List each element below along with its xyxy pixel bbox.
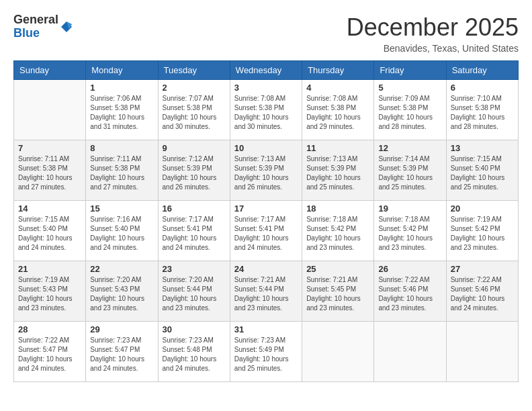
- cell-content: Sunrise: 7:08 AMSunset: 5:38 PMDaylight:…: [306, 94, 369, 132]
- calendar-cell: 27Sunrise: 7:22 AMSunset: 5:46 PMDayligh…: [446, 261, 518, 322]
- weekday-header-row: SundayMondayTuesdayWednesdayThursdayFrid…: [14, 61, 519, 80]
- cell-content: Sunrise: 7:22 AMSunset: 5:46 PMDaylight:…: [451, 275, 514, 313]
- calendar-cell: 2Sunrise: 7:07 AMSunset: 5:38 PMDaylight…: [158, 80, 230, 140]
- cell-content: Sunrise: 7:20 AMSunset: 5:44 PMDaylight:…: [163, 275, 226, 313]
- calendar-cell: 20Sunrise: 7:19 AMSunset: 5:42 PMDayligh…: [446, 201, 518, 261]
- cell-content: Sunrise: 7:19 AMSunset: 5:42 PMDaylight:…: [451, 215, 514, 253]
- calendar-cell: 28Sunrise: 7:22 AMSunset: 5:47 PMDayligh…: [14, 322, 86, 382]
- cell-content: Sunrise: 7:17 AMSunset: 5:41 PMDaylight:…: [163, 215, 226, 253]
- cell-content: Sunrise: 7:18 AMSunset: 5:42 PMDaylight:…: [306, 215, 369, 253]
- day-number: 19: [378, 203, 441, 214]
- cell-content: Sunrise: 7:23 AMSunset: 5:48 PMDaylight:…: [163, 336, 226, 373]
- cell-content: Sunrise: 7:18 AMSunset: 5:42 PMDaylight:…: [378, 215, 441, 253]
- weekday-header-monday: Monday: [86, 61, 158, 80]
- day-number: 15: [90, 203, 153, 214]
- day-number: 6: [451, 83, 514, 93]
- day-number: 30: [163, 324, 226, 334]
- day-number: 3: [234, 83, 298, 93]
- day-number: 28: [18, 324, 81, 334]
- cell-content: Sunrise: 7:15 AMSunset: 5:40 PMDaylight:…: [451, 154, 514, 192]
- title-section: December 2025 Benavides, Texas, United S…: [347, 13, 519, 54]
- cell-content: Sunrise: 7:11 AMSunset: 5:38 PMDaylight:…: [90, 154, 153, 192]
- logo-general: General: [13, 13, 58, 27]
- cell-content: Sunrise: 7:22 AMSunset: 5:46 PMDaylight:…: [378, 275, 441, 313]
- day-number: 10: [234, 143, 298, 153]
- cell-content: Sunrise: 7:06 AMSunset: 5:38 PMDaylight:…: [90, 94, 153, 132]
- cell-content: Sunrise: 7:11 AMSunset: 5:38 PMDaylight:…: [18, 154, 81, 192]
- day-number: 1: [90, 83, 153, 93]
- day-number: 17: [234, 203, 298, 214]
- weekday-header-wednesday: Wednesday: [230, 61, 302, 80]
- cell-content: Sunrise: 7:14 AMSunset: 5:39 PMDaylight:…: [378, 154, 441, 192]
- calendar-cell: 17Sunrise: 7:17 AMSunset: 5:41 PMDayligh…: [230, 201, 302, 261]
- cell-content: Sunrise: 7:23 AMSunset: 5:49 PMDaylight:…: [234, 336, 298, 373]
- cell-content: Sunrise: 7:17 AMSunset: 5:41 PMDaylight:…: [234, 215, 298, 253]
- cell-content: Sunrise: 7:13 AMSunset: 5:39 PMDaylight:…: [234, 154, 298, 192]
- cell-content: Sunrise: 7:07 AMSunset: 5:38 PMDaylight:…: [163, 94, 226, 132]
- cell-content: Sunrise: 7:21 AMSunset: 5:45 PMDaylight:…: [306, 275, 369, 313]
- logo: General Blue: [13, 13, 73, 40]
- month-title: December 2025: [347, 13, 519, 42]
- calendar-cell: [14, 80, 86, 140]
- day-number: 2: [163, 83, 226, 93]
- calendar-cell: 10Sunrise: 7:13 AMSunset: 5:39 PMDayligh…: [230, 140, 302, 201]
- calendar-cell: 7Sunrise: 7:11 AMSunset: 5:38 PMDaylight…: [14, 140, 86, 201]
- calendar-week-3: 14Sunrise: 7:15 AMSunset: 5:40 PMDayligh…: [14, 201, 519, 261]
- weekday-header-friday: Friday: [374, 61, 446, 80]
- day-number: 24: [234, 264, 298, 274]
- calendar-cell: 1Sunrise: 7:06 AMSunset: 5:38 PMDaylight…: [86, 80, 158, 140]
- calendar-cell: 9Sunrise: 7:12 AMSunset: 5:39 PMDaylight…: [158, 140, 230, 201]
- calendar-cell: 30Sunrise: 7:23 AMSunset: 5:48 PMDayligh…: [158, 322, 230, 382]
- calendar-cell: 15Sunrise: 7:16 AMSunset: 5:40 PMDayligh…: [86, 201, 158, 261]
- cell-content: Sunrise: 7:13 AMSunset: 5:39 PMDaylight:…: [306, 154, 369, 192]
- calendar-week-5: 28Sunrise: 7:22 AMSunset: 5:47 PMDayligh…: [14, 322, 519, 382]
- calendar-cell: 31Sunrise: 7:23 AMSunset: 5:49 PMDayligh…: [230, 322, 302, 382]
- cell-content: Sunrise: 7:21 AMSunset: 5:44 PMDaylight:…: [234, 275, 298, 313]
- cell-content: Sunrise: 7:20 AMSunset: 5:43 PMDaylight:…: [90, 275, 153, 313]
- calendar-cell: 29Sunrise: 7:23 AMSunset: 5:47 PMDayligh…: [86, 322, 158, 382]
- cell-content: Sunrise: 7:23 AMSunset: 5:47 PMDaylight:…: [90, 336, 153, 373]
- calendar-cell: 21Sunrise: 7:19 AMSunset: 5:43 PMDayligh…: [14, 261, 86, 322]
- day-number: 27: [451, 264, 514, 274]
- location: Benavides, Texas, United States: [347, 43, 519, 54]
- day-number: 25: [306, 264, 369, 274]
- cell-content: Sunrise: 7:15 AMSunset: 5:40 PMDaylight:…: [18, 215, 81, 253]
- calendar-cell: 11Sunrise: 7:13 AMSunset: 5:39 PMDayligh…: [302, 140, 374, 201]
- calendar-cell: 23Sunrise: 7:20 AMSunset: 5:44 PMDayligh…: [158, 261, 230, 322]
- page-header: General Blue December 2025 Benavides, Te…: [13, 13, 519, 54]
- calendar-cell: 18Sunrise: 7:18 AMSunset: 5:42 PMDayligh…: [302, 201, 374, 261]
- calendar-cell: 24Sunrise: 7:21 AMSunset: 5:44 PMDayligh…: [230, 261, 302, 322]
- day-number: 29: [90, 324, 153, 334]
- calendar-cell: 19Sunrise: 7:18 AMSunset: 5:42 PMDayligh…: [374, 201, 446, 261]
- logo-blue: Blue: [13, 27, 58, 40]
- logo-icon: [60, 20, 73, 34]
- weekday-header-thursday: Thursday: [302, 61, 374, 80]
- day-number: 20: [451, 203, 514, 214]
- day-number: 31: [234, 324, 298, 334]
- cell-content: Sunrise: 7:22 AMSunset: 5:47 PMDaylight:…: [18, 336, 81, 373]
- day-number: 11: [306, 143, 369, 153]
- cell-content: Sunrise: 7:12 AMSunset: 5:39 PMDaylight:…: [163, 154, 226, 192]
- calendar-cell: 5Sunrise: 7:09 AMSunset: 5:38 PMDaylight…: [374, 80, 446, 140]
- day-number: 18: [306, 203, 369, 214]
- day-number: 8: [90, 143, 153, 153]
- day-number: 16: [163, 203, 226, 214]
- calendar-cell: 22Sunrise: 7:20 AMSunset: 5:43 PMDayligh…: [86, 261, 158, 322]
- calendar-cell: 4Sunrise: 7:08 AMSunset: 5:38 PMDaylight…: [302, 80, 374, 140]
- day-number: 26: [378, 264, 441, 274]
- weekday-header-tuesday: Tuesday: [158, 61, 230, 80]
- calendar-cell: 3Sunrise: 7:08 AMSunset: 5:38 PMDaylight…: [230, 80, 302, 140]
- day-number: 5: [378, 83, 441, 93]
- calendar-week-4: 21Sunrise: 7:19 AMSunset: 5:43 PMDayligh…: [14, 261, 519, 322]
- calendar-week-1: 1Sunrise: 7:06 AMSunset: 5:38 PMDaylight…: [14, 80, 519, 140]
- day-number: 23: [163, 264, 226, 274]
- day-number: 22: [90, 264, 153, 274]
- cell-content: Sunrise: 7:09 AMSunset: 5:38 PMDaylight:…: [378, 94, 441, 132]
- weekday-header-sunday: Sunday: [14, 61, 86, 80]
- day-number: 13: [451, 143, 514, 153]
- day-number: 12: [378, 143, 441, 153]
- cell-content: Sunrise: 7:10 AMSunset: 5:38 PMDaylight:…: [451, 94, 514, 132]
- calendar-cell: 16Sunrise: 7:17 AMSunset: 5:41 PMDayligh…: [158, 201, 230, 261]
- cell-content: Sunrise: 7:16 AMSunset: 5:40 PMDaylight:…: [90, 215, 153, 253]
- calendar-cell: 14Sunrise: 7:15 AMSunset: 5:40 PMDayligh…: [14, 201, 86, 261]
